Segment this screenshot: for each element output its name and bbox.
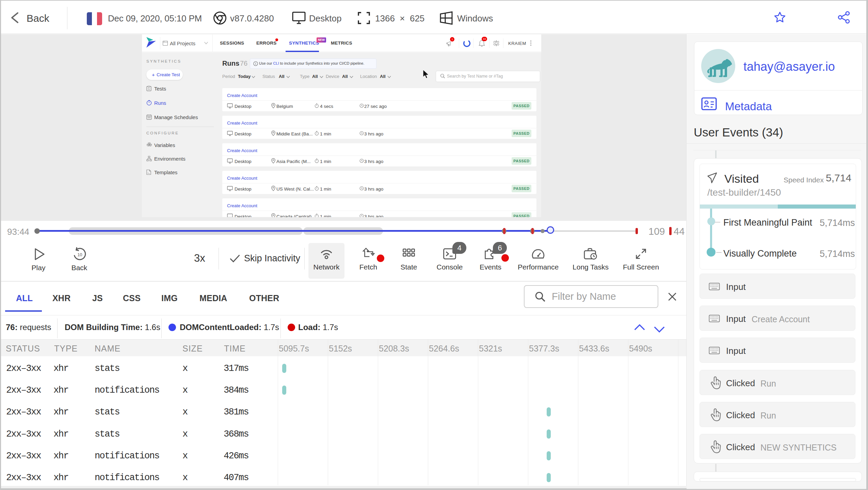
svg-text:10: 10	[77, 252, 82, 257]
